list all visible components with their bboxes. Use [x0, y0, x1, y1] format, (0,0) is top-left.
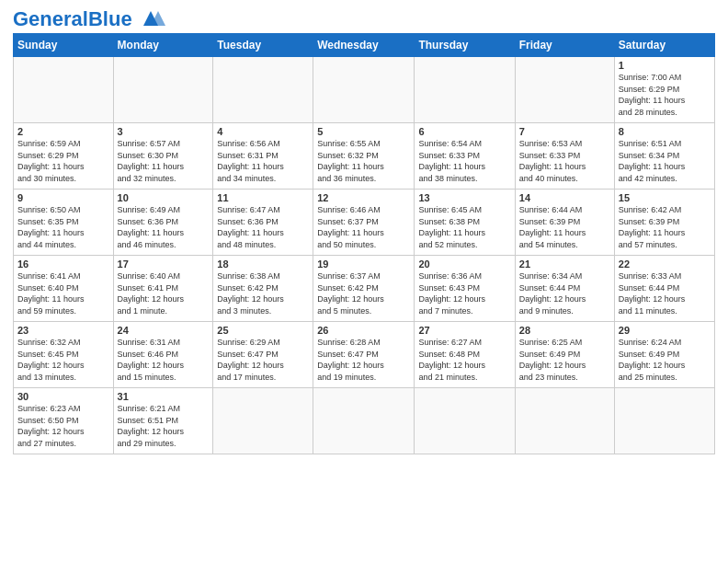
logo-text: GeneralBlue: [13, 9, 132, 29]
calendar-cell: 27Sunrise: 6:27 AM Sunset: 6:48 PM Dayli…: [415, 322, 515, 388]
calendar-cell: 16Sunrise: 6:41 AM Sunset: 6:40 PM Dayli…: [14, 256, 114, 322]
calendar-cell: 18Sunrise: 6:38 AM Sunset: 6:42 PM Dayli…: [213, 256, 313, 322]
calendar-week-6: 30Sunrise: 6:23 AM Sunset: 6:50 PM Dayli…: [14, 388, 715, 454]
day-number: 7: [519, 126, 610, 137]
calendar-cell: 22Sunrise: 6:33 AM Sunset: 6:44 PM Dayli…: [614, 256, 714, 322]
calendar-cell: [515, 388, 614, 454]
day-info: Sunrise: 6:25 AM Sunset: 6:49 PM Dayligh…: [519, 337, 610, 383]
calendar-cell: 20Sunrise: 6:36 AM Sunset: 6:43 PM Dayli…: [415, 256, 515, 322]
calendar-cell: [313, 388, 415, 454]
logo-general: General: [13, 7, 88, 30]
logo-blue: Blue: [88, 7, 132, 30]
calendar-cell: 24Sunrise: 6:31 AM Sunset: 6:46 PM Dayli…: [113, 322, 213, 388]
day-number: 22: [619, 259, 711, 270]
calendar-week-4: 16Sunrise: 6:41 AM Sunset: 6:40 PM Dayli…: [14, 256, 715, 322]
day-number: 17: [118, 259, 210, 270]
day-number: 16: [17, 259, 109, 270]
day-info: Sunrise: 6:47 AM Sunset: 6:36 PM Dayligh…: [217, 204, 309, 250]
day-info: Sunrise: 6:45 AM Sunset: 6:38 PM Dayligh…: [418, 204, 510, 250]
day-info: Sunrise: 6:38 AM Sunset: 6:42 PM Dayligh…: [217, 270, 309, 316]
day-number: 30: [17, 391, 109, 402]
day-info: Sunrise: 6:46 AM Sunset: 6:37 PM Dayligh…: [317, 204, 410, 250]
day-number: 5: [317, 126, 410, 137]
calendar-cell: [113, 57, 213, 123]
day-number: 13: [418, 192, 510, 203]
day-info: Sunrise: 7:00 AM Sunset: 6:29 PM Dayligh…: [619, 72, 711, 118]
calendar-cell: 7Sunrise: 6:53 AM Sunset: 6:33 PM Daylig…: [515, 123, 614, 190]
calendar-cell: 2Sunrise: 6:59 AM Sunset: 6:29 PM Daylig…: [14, 123, 114, 190]
day-number: 12: [317, 192, 410, 203]
calendar-cell: [515, 57, 614, 123]
page-container: GeneralBlue SundayMondayTuesdayWednesday…: [0, 0, 728, 460]
day-number: 8: [619, 126, 711, 137]
calendar-cell: 12Sunrise: 6:46 AM Sunset: 6:37 PM Dayli…: [313, 190, 415, 256]
calendar-cell: [213, 57, 313, 123]
calendar-cell: 21Sunrise: 6:34 AM Sunset: 6:44 PM Dayli…: [515, 256, 614, 322]
day-number: 27: [418, 325, 510, 336]
calendar-cell: 1Sunrise: 7:00 AM Sunset: 6:29 PM Daylig…: [614, 57, 714, 123]
calendar-week-5: 23Sunrise: 6:32 AM Sunset: 6:45 PM Dayli…: [14, 322, 715, 388]
day-number: 4: [217, 126, 309, 137]
calendar-cell: 11Sunrise: 6:47 AM Sunset: 6:36 PM Dayli…: [213, 190, 313, 256]
header: GeneralBlue: [13, 9, 715, 29]
day-info: Sunrise: 6:51 AM Sunset: 6:34 PM Dayligh…: [619, 138, 711, 184]
day-info: Sunrise: 6:49 AM Sunset: 6:36 PM Dayligh…: [118, 204, 210, 250]
day-info: Sunrise: 6:41 AM Sunset: 6:40 PM Dayligh…: [17, 270, 109, 316]
logo-icon: [136, 9, 165, 29]
day-number: 14: [519, 192, 610, 203]
calendar-cell: [213, 388, 313, 454]
calendar-cell: 13Sunrise: 6:45 AM Sunset: 6:38 PM Dayli…: [415, 190, 515, 256]
day-number: 23: [17, 325, 109, 336]
calendar-cell: 30Sunrise: 6:23 AM Sunset: 6:50 PM Dayli…: [14, 388, 114, 454]
day-info: Sunrise: 6:33 AM Sunset: 6:44 PM Dayligh…: [619, 270, 711, 316]
day-number: 6: [418, 126, 510, 137]
day-number: 21: [519, 259, 610, 270]
calendar-cell: 15Sunrise: 6:42 AM Sunset: 6:39 PM Dayli…: [614, 190, 714, 256]
calendar-cell: 17Sunrise: 6:40 AM Sunset: 6:41 PM Dayli…: [113, 256, 213, 322]
day-number: 11: [217, 192, 309, 203]
calendar-cell: 25Sunrise: 6:29 AM Sunset: 6:47 PM Dayli…: [213, 322, 313, 388]
day-number: 31: [118, 391, 210, 402]
calendar-cell: 29Sunrise: 6:24 AM Sunset: 6:49 PM Dayli…: [614, 322, 714, 388]
day-number: 10: [118, 192, 210, 203]
day-info: Sunrise: 6:42 AM Sunset: 6:39 PM Dayligh…: [619, 204, 711, 250]
weekday-header-sunday: Sunday: [14, 34, 114, 57]
calendar-cell: 4Sunrise: 6:56 AM Sunset: 6:31 PM Daylig…: [213, 123, 313, 190]
day-number: 19: [317, 259, 410, 270]
day-number: 20: [418, 259, 510, 270]
day-number: 3: [118, 126, 210, 137]
day-info: Sunrise: 6:57 AM Sunset: 6:30 PM Dayligh…: [118, 138, 210, 184]
day-info: Sunrise: 6:40 AM Sunset: 6:41 PM Dayligh…: [118, 270, 210, 316]
calendar-week-2: 2Sunrise: 6:59 AM Sunset: 6:29 PM Daylig…: [14, 123, 715, 190]
day-info: Sunrise: 6:24 AM Sunset: 6:49 PM Dayligh…: [619, 337, 711, 383]
day-info: Sunrise: 6:54 AM Sunset: 6:33 PM Dayligh…: [418, 138, 510, 184]
day-number: 28: [519, 325, 610, 336]
day-info: Sunrise: 6:56 AM Sunset: 6:31 PM Dayligh…: [217, 138, 309, 184]
weekday-header-monday: Monday: [113, 34, 213, 57]
calendar-cell: 28Sunrise: 6:25 AM Sunset: 6:49 PM Dayli…: [515, 322, 614, 388]
day-info: Sunrise: 6:28 AM Sunset: 6:47 PM Dayligh…: [317, 337, 410, 383]
day-number: 2: [17, 126, 109, 137]
calendar-week-1: 1Sunrise: 7:00 AM Sunset: 6:29 PM Daylig…: [14, 57, 715, 123]
day-number: 18: [217, 259, 309, 270]
day-info: Sunrise: 6:59 AM Sunset: 6:29 PM Dayligh…: [17, 138, 109, 184]
calendar-cell: 10Sunrise: 6:49 AM Sunset: 6:36 PM Dayli…: [113, 190, 213, 256]
day-info: Sunrise: 6:31 AM Sunset: 6:46 PM Dayligh…: [118, 337, 210, 383]
day-info: Sunrise: 6:37 AM Sunset: 6:42 PM Dayligh…: [317, 270, 410, 316]
day-info: Sunrise: 6:55 AM Sunset: 6:32 PM Dayligh…: [317, 138, 410, 184]
calendar-cell: [415, 57, 515, 123]
day-info: Sunrise: 6:29 AM Sunset: 6:47 PM Dayligh…: [217, 337, 309, 383]
calendar-cell: [614, 388, 714, 454]
calendar-cell: 8Sunrise: 6:51 AM Sunset: 6:34 PM Daylig…: [614, 123, 714, 190]
weekday-header-wednesday: Wednesday: [313, 34, 415, 57]
day-number: 25: [217, 325, 309, 336]
weekday-header-tuesday: Tuesday: [213, 34, 313, 57]
calendar-table: SundayMondayTuesdayWednesdayThursdayFrid…: [13, 33, 715, 454]
day-info: Sunrise: 6:32 AM Sunset: 6:45 PM Dayligh…: [17, 337, 109, 383]
day-number: 1: [619, 60, 711, 71]
weekday-header-row: SundayMondayTuesdayWednesdayThursdayFrid…: [14, 34, 715, 57]
day-info: Sunrise: 6:50 AM Sunset: 6:35 PM Dayligh…: [17, 204, 109, 250]
calendar-cell: 23Sunrise: 6:32 AM Sunset: 6:45 PM Dayli…: [14, 322, 114, 388]
calendar-week-3: 9Sunrise: 6:50 AM Sunset: 6:35 PM Daylig…: [14, 190, 715, 256]
calendar-cell: 26Sunrise: 6:28 AM Sunset: 6:47 PM Dayli…: [313, 322, 415, 388]
